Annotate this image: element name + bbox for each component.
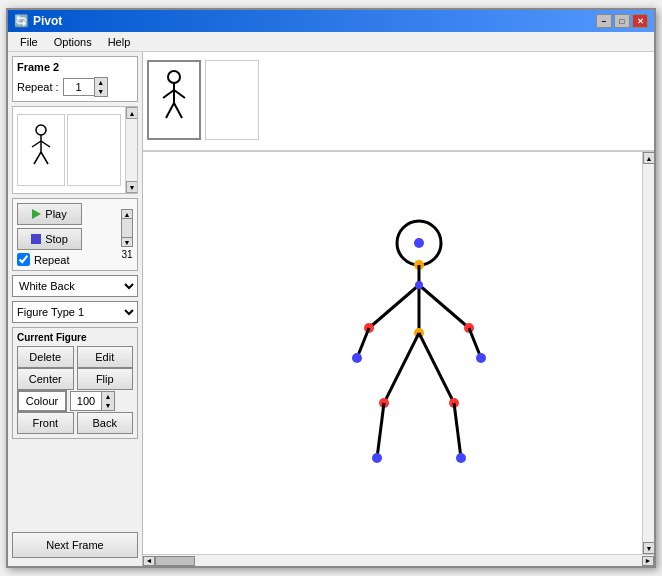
- svg-point-23: [352, 353, 362, 363]
- colour-input[interactable]: [70, 391, 102, 411]
- play-button[interactable]: Play: [17, 203, 82, 225]
- thumb-scroll-up[interactable]: ▲: [126, 107, 138, 119]
- svg-line-11: [174, 103, 182, 118]
- main-window: 🔄 Pivot − □ ✕ File Options Help Frame 2 …: [6, 8, 656, 568]
- delete-button[interactable]: Delete: [17, 346, 74, 368]
- flip-button[interactable]: Flip: [77, 368, 134, 390]
- stop-label: Stop: [45, 233, 68, 245]
- playback-scroll-down[interactable]: ▼: [121, 237, 133, 247]
- frame-info: Frame 2 Repeat : ▲ ▼: [12, 56, 138, 102]
- center-flip-row: Center Flip: [17, 368, 133, 390]
- window-title: Pivot: [33, 14, 62, 28]
- right-panel: ▲ ▼ ◄ ►: [143, 52, 654, 566]
- canvas-hscroll-thumb[interactable]: [155, 556, 195, 566]
- svg-point-32: [372, 453, 382, 463]
- svg-line-31: [454, 403, 461, 458]
- bottom-section: Next Frame: [12, 528, 138, 562]
- svg-point-6: [168, 71, 180, 83]
- thumbnail-scrollbar[interactable]: ▲ ▼: [125, 107, 137, 193]
- svg-point-0: [36, 125, 46, 135]
- delete-edit-row: Delete Edit: [17, 346, 133, 368]
- playback-scroll-thumb: [121, 218, 133, 238]
- colour-button[interactable]: Colour: [17, 390, 67, 412]
- repeat-checkbox[interactable]: [17, 253, 30, 266]
- front-button[interactable]: Front: [17, 412, 74, 434]
- playback-section: Play Stop Repeat ▲: [12, 198, 138, 271]
- canvas-thumb-stickman: [158, 70, 190, 130]
- stop-icon: [31, 234, 41, 244]
- spinner-up-button[interactable]: ▲: [95, 78, 107, 87]
- left-panel: Frame 2 Repeat : ▲ ▼: [8, 52, 143, 566]
- main-stickman-svg: [339, 213, 499, 493]
- thumbnail-strip: ▲ ▼: [12, 106, 138, 194]
- canvas-scroll-left[interactable]: ◄: [143, 556, 155, 566]
- colour-row: Colour ▲ ▼: [17, 390, 133, 412]
- play-icon: [32, 209, 41, 219]
- stickman-container: [339, 213, 499, 495]
- back-button[interactable]: Back: [77, 412, 134, 434]
- close-button[interactable]: ✕: [632, 14, 648, 28]
- background-select[interactable]: White Back Black Back Custom Back: [12, 275, 138, 297]
- frame-label: Frame 2: [17, 61, 133, 73]
- thumbnail-area: [13, 107, 125, 193]
- menu-help[interactable]: Help: [100, 34, 139, 50]
- canvas-next-frame-thumb: [205, 60, 259, 140]
- svg-line-16: [369, 285, 419, 328]
- svg-line-8: [163, 90, 174, 98]
- svg-line-2: [32, 141, 41, 147]
- canvas-hscroll-track: [155, 556, 642, 566]
- main-content: Frame 2 Repeat : ▲ ▼: [8, 52, 654, 566]
- svg-line-4: [34, 152, 41, 164]
- edit-button[interactable]: Edit: [77, 346, 134, 368]
- repeat-checkbox-row: Repeat: [17, 253, 82, 266]
- colour-up-button[interactable]: ▲: [102, 392, 114, 401]
- playback-scrollbar: ▲ ▼ 31: [121, 209, 133, 260]
- playback-buttons: Play Stop Repeat ▲: [17, 203, 133, 266]
- spinner-down-button[interactable]: ▼: [95, 87, 107, 96]
- next-frame-button[interactable]: Next Frame: [12, 532, 138, 558]
- maximize-button[interactable]: □: [614, 14, 630, 28]
- current-figure-group: Current Figure Delete Edit Center Flip C…: [12, 327, 138, 439]
- canvas-scrollbar-bottom[interactable]: ◄ ►: [143, 554, 654, 566]
- canvas-scroll-down[interactable]: ▼: [643, 542, 654, 554]
- title-bar: 🔄 Pivot − □ ✕: [8, 10, 654, 32]
- svg-line-17: [419, 285, 469, 328]
- colour-down-button[interactable]: ▼: [102, 401, 114, 410]
- frame-thumbnail[interactable]: [17, 114, 65, 186]
- canvas-scroll-up[interactable]: ▲: [643, 152, 654, 164]
- repeat-check-label: Repeat: [34, 254, 69, 266]
- canvas-thumb[interactable]: [147, 60, 201, 140]
- repeat-input[interactable]: [63, 78, 95, 96]
- colour-spinner-buttons: ▲ ▼: [101, 391, 115, 411]
- menu-bar: File Options Help: [8, 32, 654, 52]
- repeat-row: Repeat : ▲ ▼: [17, 77, 133, 97]
- colour-spinner: ▲ ▼: [70, 391, 115, 411]
- menu-file[interactable]: File: [12, 34, 46, 50]
- center-button[interactable]: Center: [17, 368, 74, 390]
- window-controls: − □ ✕: [596, 14, 648, 28]
- svg-line-5: [41, 152, 48, 164]
- play-label: Play: [45, 208, 66, 220]
- minimize-button[interactable]: −: [596, 14, 612, 28]
- frame-thumb-empty: [67, 114, 121, 186]
- svg-line-9: [174, 90, 185, 98]
- thumb-stickman-svg: [27, 124, 55, 176]
- svg-line-10: [166, 103, 174, 118]
- canvas-area[interactable]: ▲ ▼: [143, 152, 654, 554]
- front-back-row: Front Back: [17, 412, 133, 434]
- menu-options[interactable]: Options: [46, 34, 100, 50]
- frame-header-area: [143, 52, 654, 152]
- thumb-scroll-down[interactable]: ▼: [126, 181, 138, 193]
- stop-button[interactable]: Stop: [17, 228, 82, 250]
- current-figure-label: Current Figure: [17, 332, 133, 343]
- svg-line-27: [419, 333, 454, 403]
- repeat-spinner: ▲ ▼: [63, 77, 108, 97]
- canvas-scrollbar-right[interactable]: ▲ ▼: [642, 152, 654, 554]
- frame-count: 31: [121, 249, 132, 260]
- figure-type-select[interactable]: Figure Type 1 Figure Type 2 Figure Type …: [12, 301, 138, 323]
- svg-line-3: [41, 141, 50, 147]
- svg-point-33: [456, 453, 466, 463]
- spinner-buttons: ▲ ▼: [94, 77, 108, 97]
- svg-line-26: [384, 333, 419, 403]
- canvas-scroll-right[interactable]: ►: [642, 556, 654, 566]
